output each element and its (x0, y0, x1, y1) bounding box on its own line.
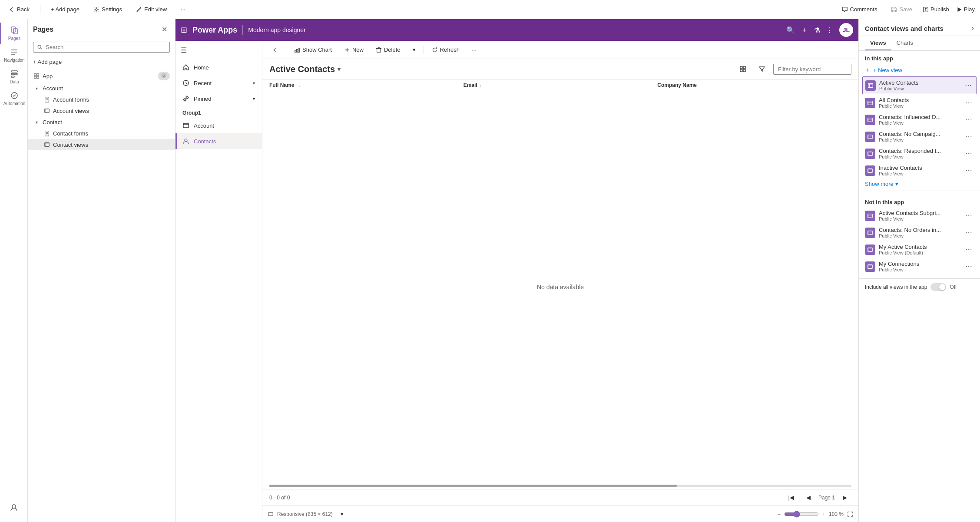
dropdown-button[interactable]: ▾ (408, 44, 420, 55)
toolbar-more-button[interactable]: ··· (467, 44, 481, 55)
zoom-minus[interactable]: − (778, 511, 781, 517)
filter-app-icon[interactable]: ⚗ (814, 26, 820, 34)
search-input[interactable] (46, 44, 166, 50)
settings-button[interactable]: Settings (90, 4, 126, 14)
add-page-button[interactable]: + Add page (47, 4, 83, 14)
view-item-my-connections[interactable]: My Connections Public View ⋯ (859, 258, 980, 275)
svg-rect-29 (743, 66, 745, 69)
scrollbar-track[interactable] (269, 485, 851, 487)
show-chart-button[interactable]: Show Chart (290, 44, 336, 55)
search-app-icon[interactable]: 🔍 (786, 26, 795, 34)
show-more-chevron: ▾ (895, 181, 898, 187)
view-more-button-4[interactable]: ⋯ (963, 149, 974, 159)
view-more-button-1[interactable]: ⋯ (963, 98, 974, 108)
view-item-inactive[interactable]: Inactive Contacts Public View ⋯ (859, 162, 980, 179)
sidebar-item-data[interactable]: Data (0, 66, 27, 88)
grid-filter-button[interactable] (754, 63, 770, 75)
new-button[interactable]: New (340, 44, 368, 55)
close-pages-button[interactable]: ✕ (159, 24, 170, 34)
view-more-button-n1[interactable]: ⋯ (963, 228, 974, 238)
grid-title-chevron[interactable]: ▾ (338, 66, 341, 73)
save-button[interactable]: Save (887, 4, 916, 14)
back-icon (9, 7, 15, 13)
view-more-button-5[interactable]: ⋯ (963, 165, 974, 175)
view-item-name: Active Contacts (879, 79, 960, 86)
scrollbar-thumb[interactable] (269, 485, 677, 487)
nav-item-account-views[interactable]: Account views (28, 105, 175, 116)
include-toggle-label: Include all views in the app (865, 284, 927, 290)
add-page-button-sidebar[interactable]: + Add page (28, 56, 175, 68)
view-item-subgrid[interactable]: Active Contacts Subgri... Public View ⋯ (859, 207, 980, 224)
sidebar-item-navigation[interactable]: Navigation (0, 44, 27, 66)
add-app-icon[interactable]: ＋ (801, 26, 808, 35)
nav-home[interactable]: Home (175, 59, 262, 75)
delete-button[interactable]: Delete (371, 44, 405, 55)
nav-item-contact[interactable]: ▾ Contact (28, 116, 175, 128)
view-item-no-campaign[interactable]: Contacts: No Campaig... Public View ⋯ (859, 128, 980, 145)
view-item-active-contacts[interactable]: Active Contacts Public View ⋯ (862, 76, 977, 94)
view-item-influenced[interactable]: Contacts: Influenced D... Public View ⋯ (859, 111, 980, 128)
tab-views[interactable]: Views (865, 36, 891, 50)
view-more-button-n3[interactable]: ⋯ (963, 261, 974, 271)
nav-item-account-forms-label: Account forms (53, 96, 89, 103)
responsive-chevron[interactable]: ▾ (336, 509, 348, 519)
view-more-button-0[interactable]: ⋯ (963, 80, 973, 90)
sidebar-item-automation[interactable]: Automation (0, 88, 27, 109)
bottom-icon (4, 498, 23, 519)
hamburger-icon[interactable]: ☰ (175, 41, 262, 59)
nav-contacts[interactable]: Contacts (175, 133, 262, 149)
nav-account[interactable]: Account (175, 118, 262, 133)
view-item-no-orders[interactable]: Contacts: No Orders in... Public View ⋯ (859, 224, 980, 241)
expand-panel-button[interactable]: › (972, 24, 974, 32)
comments-button[interactable]: Comments (838, 4, 881, 14)
show-more-button[interactable]: Show more ▾ (859, 179, 980, 189)
view-item-sub: Public View (879, 233, 960, 238)
view-more-button-2[interactable]: ⋯ (963, 115, 974, 125)
nav-item-contact-forms[interactable]: Contact forms (28, 128, 175, 139)
new-view-link[interactable]: ＋ + New view (859, 63, 980, 76)
app-grid-icon[interactable]: ⊞ (181, 25, 187, 35)
more-app-icon[interactable]: ⋮ (826, 26, 833, 34)
home-icon (182, 64, 189, 71)
svg-rect-18 (45, 109, 50, 113)
nav-item-contact-views[interactable]: Contact views (28, 139, 175, 150)
sidebar-item-pages[interactable]: Pages (0, 23, 27, 44)
more-button[interactable]: ··· (177, 4, 189, 14)
back-toolbar-button[interactable] (268, 45, 282, 55)
nav-item-account-forms[interactable]: Account forms (28, 94, 175, 105)
nav-pinned[interactable]: Pinned ▾ (175, 91, 262, 106)
settings-label: Settings (102, 6, 122, 13)
zoom-slider[interactable] (784, 511, 819, 518)
filter-input[interactable] (773, 64, 851, 75)
view-icon (865, 98, 875, 108)
publish-button[interactable]: Publish (923, 6, 949, 13)
nav-item-app[interactable]: App J (28, 69, 175, 83)
refresh-button[interactable]: Refresh (427, 44, 464, 55)
pinned-chevron: ▾ (253, 96, 255, 101)
first-page-button[interactable]: |◀ (784, 492, 798, 503)
zoom-plus[interactable]: + (822, 511, 825, 517)
nav-item-account[interactable]: ▾ Account (28, 83, 175, 94)
svg-rect-5 (11, 71, 17, 72)
right-panel-title: Contact views and charts (865, 25, 944, 32)
view-item-my-active[interactable]: My Active Contacts Public View (Default)… (859, 241, 980, 258)
view-more-button-3[interactable]: ⋯ (963, 132, 974, 142)
edit-view-button[interactable]: Edit view (132, 4, 170, 14)
back-button[interactable]: Back (5, 4, 33, 14)
nav-recent[interactable]: Recent ▾ (175, 75, 262, 91)
view-item-all-contacts[interactable]: All Contacts Public View ⋯ (859, 94, 980, 111)
prev-page-button[interactable]: ◀ (802, 492, 815, 503)
toggle-switch[interactable] (930, 283, 946, 291)
col-email[interactable]: Email ↓ (464, 82, 658, 88)
next-page-button[interactable]: ▶ (838, 492, 851, 503)
play-button[interactable]: Play (956, 6, 975, 13)
view-item-name: Contacts: Responded t... (879, 148, 960, 154)
col-full-name[interactable]: Full Name ↑↓ (269, 82, 464, 88)
view-more-button-n2[interactable]: ⋯ (963, 244, 974, 254)
view-item-responded[interactable]: Contacts: Responded t... Public View ⋯ (859, 145, 980, 162)
tab-charts[interactable]: Charts (891, 36, 918, 50)
view-more-button-n0[interactable]: ⋯ (963, 211, 974, 221)
search-box[interactable] (33, 42, 170, 53)
grid-view-toggle[interactable] (735, 63, 751, 75)
empty-message: No data available (537, 284, 584, 291)
